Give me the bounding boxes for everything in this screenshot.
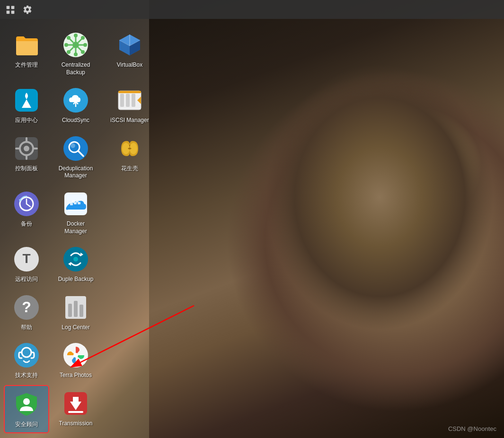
svg-point-73 [14, 343, 39, 368]
icon-help[interactable]: ? 帮助 [4, 289, 49, 335]
svg-rect-60 [76, 200, 79, 202]
svg-point-14 [74, 34, 78, 37]
icon-duple[interactable]: Duple Backup [53, 241, 98, 287]
icon-transmission[interactable]: Transmission [53, 385, 98, 433]
icon-controlpanel[interactable]: 控制面板 [4, 130, 49, 184]
icon-dp-box [61, 245, 90, 274]
icon-tp-label: Terra Photos [60, 372, 92, 379]
icon-hp-label: 帮助 [21, 324, 32, 332]
remote-icon: T [13, 246, 40, 272]
svg-rect-33 [120, 94, 124, 107]
icon-ac-label: 应用中心 [15, 117, 38, 124]
svg-rect-43 [33, 148, 38, 149]
icon-is-box [115, 86, 144, 115]
duple-icon [62, 246, 89, 272]
icon-cp-label: 控制面板 [15, 165, 38, 173]
icon-files[interactable]: 文件管理 [4, 26, 49, 80]
svg-rect-59 [72, 200, 75, 202]
appcenter-icon [13, 87, 40, 114]
icon-bk-box [12, 189, 41, 219]
icon-logcenter[interactable]: Log Center [53, 289, 98, 335]
icon-ts-label: 技术支持 [15, 372, 38, 379]
svg-rect-34 [126, 94, 130, 107]
icon-dk-label: Docker Manager [64, 220, 87, 235]
svg-point-19 [81, 50, 85, 54]
svg-rect-35 [132, 94, 135, 107]
icon-lc-label: Log Center [62, 324, 89, 332]
watermark: CSDN @Noontec [448, 425, 496, 432]
svg-rect-72 [80, 305, 83, 317]
svg-point-66 [73, 257, 78, 262]
svg-point-44 [63, 136, 88, 161]
icon-techsupport[interactable]: 技术支持 [4, 337, 49, 383]
backup-icon [13, 191, 40, 217]
svg-point-17 [83, 43, 87, 47]
icon-terraphotos[interactable]: Terra Photos [53, 337, 98, 383]
help-icon: ? [13, 294, 40, 321]
icon-pn-label: 花生壳 [121, 165, 138, 173]
svg-rect-3 [11, 11, 15, 14]
icon-tr-box [61, 389, 90, 418]
cloudsync-icon [62, 87, 89, 114]
icon-iscsi[interactable]: iSCSI Manager [107, 82, 152, 128]
icon-peanut[interactable]: 花生壳 [107, 130, 152, 184]
security-icon [13, 391, 40, 418]
icon-ac-box [12, 86, 41, 115]
icon-docker[interactable]: Docker Manager [53, 185, 98, 239]
svg-rect-71 [74, 301, 78, 317]
docker-icon [62, 191, 89, 217]
dedup-icon [62, 135, 89, 162]
icon-files-label: 文件管理 [15, 61, 38, 69]
svg-point-5 [72, 42, 79, 48]
icon-hp-box: ? [12, 293, 41, 322]
svg-point-39 [24, 146, 29, 151]
peanut-icon [116, 135, 143, 162]
svg-point-20 [81, 36, 85, 40]
icon-backup[interactable]: 备份 [4, 185, 49, 239]
icon-is-label: iSCSI Manager [110, 117, 149, 124]
icon-dedup[interactable]: Deduplication Manager [53, 130, 98, 184]
iscsi-icon [116, 87, 143, 114]
icon-dk-box [61, 189, 90, 219]
icon-cp-box [12, 134, 41, 163]
icon-remote[interactable]: T 远程访问 [4, 241, 49, 287]
svg-point-76 [73, 353, 78, 358]
folder-icon [13, 32, 40, 58]
svg-point-16 [64, 43, 68, 47]
svg-rect-80 [68, 411, 83, 413]
icon-vb-label: VirtualBox [117, 61, 142, 69]
settings-button[interactable] [21, 3, 34, 16]
icon-virtualbox[interactable]: VirtualBox [107, 26, 152, 80]
svg-rect-0 [7, 6, 10, 9]
transmission-icon [62, 390, 89, 417]
svg-point-18 [67, 36, 71, 40]
icon-cs-box [61, 86, 90, 115]
desktop-button[interactable] [4, 3, 17, 16]
svg-point-21 [67, 50, 71, 54]
icon-tr-label: Transmission [59, 420, 93, 428]
svg-rect-56 [70, 203, 73, 205]
svg-rect-36 [118, 91, 141, 93]
icon-appcenter[interactable]: 应用中心 [4, 82, 49, 128]
icon-security[interactable]: 安全顾问 [4, 385, 49, 433]
svg-point-15 [74, 53, 78, 56]
svg-rect-1 [11, 6, 15, 9]
icon-cb-box [61, 30, 90, 60]
icon-vb-box [115, 30, 144, 60]
icon-rm-label: 远程访问 [15, 276, 38, 283]
svg-rect-40 [26, 137, 27, 142]
icon-sa-box [12, 390, 41, 419]
centralized-backup-icon [62, 32, 89, 58]
icon-dd-label: Deduplication Manager [59, 165, 93, 180]
svg-point-77 [23, 398, 30, 405]
svg-rect-2 [7, 11, 10, 14]
svg-rect-41 [26, 155, 27, 160]
icon-pn-box [115, 134, 144, 163]
svg-rect-42 [15, 148, 20, 149]
icon-cloudsync[interactable]: CloudSync [53, 82, 98, 128]
icon-tp-box [61, 341, 90, 370]
icon-centralized-backup[interactable]: Centralized Backup [53, 26, 98, 80]
icon-cs-label: CloudSync [62, 117, 89, 124]
icon-sa-label: 安全顾问 [15, 421, 38, 429]
icon-bk-label: 备份 [21, 220, 32, 228]
